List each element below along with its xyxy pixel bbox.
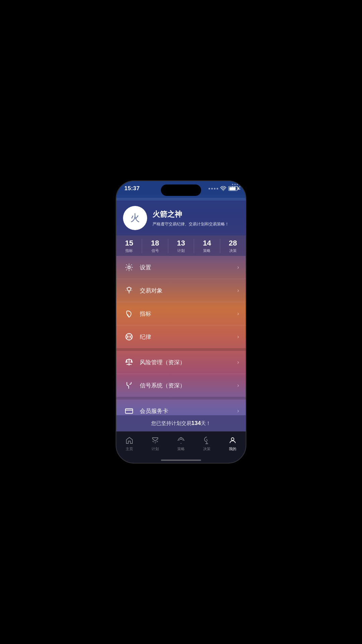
nav-label-home: 主页	[126, 446, 133, 451]
stat-label-signals: 信号	[142, 248, 168, 253]
stat-item-decisions: 28 决策	[220, 239, 246, 253]
home-indicator-area	[116, 460, 246, 463]
phone-frame: 15:37	[116, 180, 246, 464]
menu-group-group1: 设置 › 交易对象 › 指标 › 纪律	[116, 256, 246, 348]
menu-section: 设置 › 交易对象 › 指标 › 纪律	[116, 256, 246, 415]
signal-dot-4	[217, 188, 218, 190]
svg-point-0	[223, 190, 224, 191]
banner-days: 134	[191, 420, 201, 426]
menu-group-group2: 风险管理（资深） › 信号系统（资深） ›	[116, 351, 246, 397]
strategy-nav-icon	[177, 436, 185, 444]
menu-item-risk-management[interactable]: 风险管理（资深） ›	[116, 351, 246, 374]
svg-point-3	[127, 287, 131, 291]
svg-point-1	[128, 266, 130, 269]
leaf-icon	[125, 309, 133, 318]
plan-nav-icon	[151, 436, 159, 444]
stat-number-signals: 18	[142, 239, 168, 248]
status-time: 15:37	[124, 185, 140, 192]
nav-icon-mine	[228, 436, 237, 445]
menu-divider-2	[116, 397, 246, 399]
nav-label-plan: 计划	[152, 446, 159, 451]
banner-suffix: 天！	[201, 420, 211, 426]
signal-dot-3	[214, 188, 216, 190]
chevron-icon-indicators: ›	[237, 311, 239, 317]
dynamic-island	[161, 184, 201, 196]
nav-icon-strategy	[176, 436, 186, 445]
signal-dot-1	[208, 188, 210, 190]
svg-rect-8	[125, 409, 133, 414]
chevron-icon-risk-management: ›	[237, 359, 239, 365]
menu-icon-discipline	[123, 331, 135, 343]
lightbulb-icon	[125, 286, 133, 295]
avatar: 火	[123, 206, 147, 230]
nav-icon-home	[125, 436, 134, 445]
nav-item-plan[interactable]: 计划	[142, 434, 168, 453]
signal-dots	[208, 188, 218, 190]
signal-dot-2	[211, 188, 213, 190]
card-icon	[125, 407, 133, 415]
svg-point-10	[181, 440, 182, 441]
gear-icon	[125, 263, 133, 272]
menu-divider-1	[116, 348, 246, 351]
menu-icon-membership	[123, 405, 135, 415]
profile-motto: 严格遵守交易纪律、交易计划和交易策略！	[153, 221, 239, 227]
dot-grid-icon[interactable]	[232, 184, 240, 190]
stat-number-decisions: 28	[220, 239, 246, 248]
banner-prefix: 您已坚持计划交易	[151, 420, 191, 426]
nav-label-decision: 决策	[203, 446, 210, 451]
profile-name: 火箭之神	[153, 209, 239, 219]
avatar-char: 火	[130, 212, 140, 224]
persistence-banner: 您已坚持计划交易134天！	[116, 415, 246, 431]
menu-icon-trading-target	[123, 284, 135, 297]
stat-number-indicators: 15	[116, 239, 142, 248]
menu-label-settings: 设置	[140, 264, 237, 271]
nav-label-mine: 我的	[229, 446, 236, 451]
stat-number-strategies: 14	[194, 239, 220, 248]
chevron-icon-signal-system: ›	[237, 382, 239, 388]
stat-label-indicators: 指标	[116, 248, 142, 253]
menu-icon-signal-system	[123, 379, 135, 391]
header-area: 15:37	[116, 181, 246, 198]
menu-item-signal-system[interactable]: 信号系统（资深） ›	[116, 374, 246, 397]
menu-item-settings[interactable]: 设置 ›	[116, 256, 246, 279]
menu-icon-risk-management	[123, 356, 135, 368]
nav-item-strategy[interactable]: 策略	[168, 434, 194, 453]
fork-icon	[125, 381, 133, 390]
nav-icon-decision	[202, 436, 212, 445]
scales-icon	[125, 358, 133, 367]
stat-item-strategies: 14 策略	[194, 239, 220, 253]
chevron-icon-membership: ›	[237, 408, 239, 414]
svg-point-2	[127, 265, 131, 270]
chevron-icon-trading-target: ›	[237, 287, 239, 293]
home-nav-icon	[125, 436, 133, 444]
menu-label-membership: 会员服务卡	[140, 407, 237, 415]
stat-number-plans: 13	[168, 239, 194, 248]
stats-bar: 15 指标 18 信号 13 计划 14 策略 28 决策	[116, 235, 246, 256]
menu-item-discipline[interactable]: 纪律 ›	[116, 325, 246, 348]
stat-item-signals: 18 信号	[142, 239, 168, 253]
mine-nav-icon	[229, 436, 237, 444]
menu-item-trading-target[interactable]: 交易对象 ›	[116, 279, 246, 302]
chevron-icon-discipline: ›	[237, 334, 239, 340]
nav-item-home[interactable]: 主页	[116, 434, 142, 453]
nav-label-strategy: 策略	[177, 446, 185, 451]
menu-item-membership[interactable]: 会员服务卡 ›	[116, 399, 246, 415]
nav-icon-plan	[150, 436, 160, 445]
menu-icon-settings	[123, 261, 135, 273]
nav-item-mine[interactable]: 我的	[220, 434, 246, 453]
menu-item-indicators[interactable]: 指标 ›	[116, 302, 246, 325]
home-indicator-bar	[161, 460, 201, 461]
menu-label-indicators: 指标	[140, 310, 237, 318]
bottom-nav: 主页 计划 策略 决策 我的	[116, 431, 246, 460]
decision-nav-icon	[203, 436, 211, 444]
stat-label-strategies: 策略	[194, 248, 220, 253]
menu-label-discipline: 纪律	[140, 333, 237, 341]
menu-label-trading-target: 交易对象	[140, 287, 237, 294]
menu-label-risk-management: 风险管理（资深）	[140, 359, 237, 366]
menu-label-signal-system: 信号系统（资深）	[140, 382, 237, 389]
menu-icon-indicators	[123, 308, 135, 320]
stat-label-decisions: 决策	[220, 248, 246, 253]
nav-item-decision[interactable]: 决策	[194, 434, 220, 453]
stat-label-plans: 计划	[168, 248, 194, 253]
stat-item-indicators: 15 指标	[116, 239, 142, 253]
